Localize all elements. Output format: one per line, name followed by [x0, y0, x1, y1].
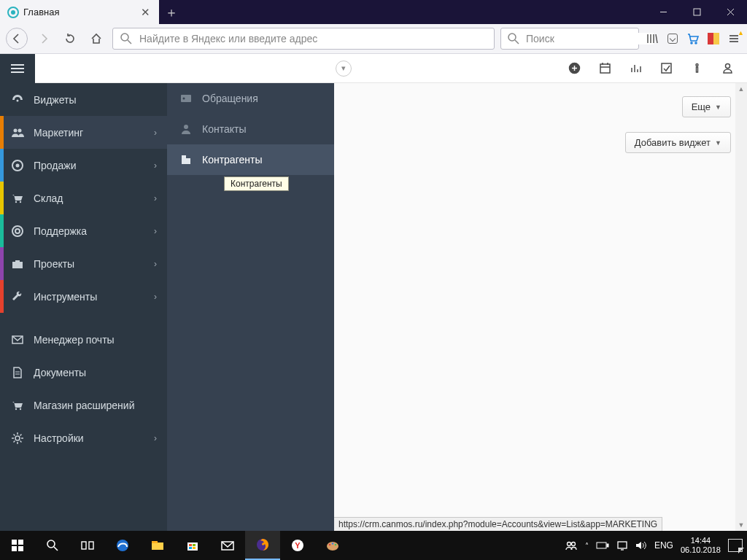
add-widget-button[interactable]: Добавить виджет▼	[625, 132, 731, 153]
svg-rect-63	[152, 541, 158, 543]
sidebar-item-label: Поддержка	[34, 225, 87, 237]
svg-point-6	[508, 34, 516, 41]
user-icon[interactable]	[721, 62, 734, 75]
window-close-button[interactable]	[713, 0, 747, 24]
taskbar-app-edge[interactable]	[105, 531, 140, 560]
nav-reload-button[interactable]	[60, 28, 80, 49]
svg-point-40	[15, 229, 20, 233]
vertical-scrollbar[interactable]: ▲ ▼	[735, 83, 747, 531]
app-content: Виджеты Маркетинг › Продажи › Склад › По…	[0, 83, 747, 531]
volume-tray-icon[interactable]	[635, 540, 647, 551]
taskview-button[interactable]	[70, 531, 105, 560]
sidebar-item-support[interactable]: Поддержка ›	[0, 214, 167, 247]
taskbar-app-yandex[interactable]: Y	[280, 531, 315, 560]
nav-back-button[interactable]	[6, 28, 28, 50]
address-bar[interactable]	[112, 28, 495, 50]
svg-line-58	[54, 547, 58, 551]
sidebar-item-settings[interactable]: Настройки ›	[0, 421, 167, 454]
svg-line-7	[515, 40, 519, 44]
scroll-down-button[interactable]: ▼	[735, 519, 747, 531]
sidebar-item-sales[interactable]: Продажи ›	[0, 149, 167, 182]
cart-icon	[10, 399, 25, 412]
nav-home-button[interactable]	[86, 28, 107, 49]
svg-point-37	[15, 201, 17, 202]
svg-line-5	[128, 40, 131, 44]
submenu-item-leads[interactable]: Обращения	[167, 83, 334, 114]
svg-rect-79	[597, 542, 606, 548]
svg-point-39	[12, 226, 23, 236]
address-input[interactable]	[139, 33, 488, 44]
people-tray-icon[interactable]	[565, 539, 578, 552]
svg-point-4	[121, 34, 128, 41]
taskbar-app-mail[interactable]	[210, 531, 245, 560]
submenu-item-contacts[interactable]: Контакты	[167, 114, 334, 144]
sidebar-item-tools[interactable]: Инструменты ›	[0, 280, 167, 313]
sidebar-item-mailmanager[interactable]: Менеджер почты	[0, 323, 167, 356]
new-tab-button[interactable]: ＋	[159, 0, 184, 24]
calendar-icon[interactable]	[598, 62, 611, 75]
sidebar-item-label: Виджеты	[34, 94, 77, 106]
svg-point-45	[15, 408, 17, 409]
id-card-icon	[179, 92, 193, 105]
network-tray-icon[interactable]	[616, 540, 628, 551]
bookmark-flag-icon[interactable]	[706, 33, 721, 44]
sidebar-item-marketing[interactable]: Маркетинг ›	[0, 116, 167, 149]
taskbar-app-explorer[interactable]	[140, 531, 175, 560]
secondary-sidebar: Обращения Контакты Контрагенты	[167, 83, 334, 531]
refresh-dropdown-button[interactable]: ▾	[336, 61, 352, 77]
gear-icon	[10, 432, 25, 445]
start-button[interactable]	[0, 531, 35, 560]
browser-tab[interactable]: Главная ✕	[0, 0, 159, 24]
chevron-right-icon: ›	[154, 128, 157, 138]
dashboard-icon	[10, 93, 25, 106]
main-panel: Еще▼ Добавить виджет▼ ▲ ▼ https://crm.ca…	[334, 83, 747, 531]
taskbar-clock[interactable]: 14:44 06.10.2018	[681, 536, 721, 555]
search-icon	[507, 32, 520, 45]
report-icon[interactable]	[629, 62, 642, 75]
sidebar-item-documents[interactable]: Документы	[0, 356, 167, 389]
tray-overflow-button[interactable]: ˄	[585, 542, 589, 550]
taskbar-app-firefox[interactable]	[245, 531, 280, 560]
sidebar-toggle-button[interactable]	[0, 54, 35, 83]
sidebar-item-widgets[interactable]: Виджеты	[0, 83, 167, 116]
search-input[interactable]	[526, 33, 654, 44]
target-icon	[10, 159, 25, 172]
taskbar-app-store[interactable]	[175, 531, 210, 560]
mail-icon	[10, 333, 25, 346]
svg-rect-59	[82, 542, 86, 549]
svg-rect-20	[600, 64, 610, 73]
tasks-icon[interactable]	[659, 62, 673, 75]
svg-rect-55	[12, 546, 17, 551]
sidebar-item-label: Инструменты	[34, 291, 97, 303]
tab-close-button[interactable]: ✕	[138, 6, 153, 19]
svg-rect-67	[189, 547, 192, 549]
browser-menu-button[interactable]	[727, 32, 741, 45]
tab-favicon	[7, 7, 19, 18]
search-bar[interactable]	[500, 28, 639, 50]
battery-tray-icon[interactable]	[596, 541, 609, 550]
person-icon	[179, 122, 193, 136]
action-center-button[interactable]	[728, 539, 743, 552]
taskbar-app-paint[interactable]	[315, 531, 350, 560]
svg-rect-53	[12, 540, 17, 545]
wrench-icon	[10, 290, 25, 303]
add-icon[interactable]	[568, 62, 581, 75]
search-button[interactable]	[35, 531, 70, 560]
cart-icon[interactable]	[686, 32, 700, 45]
scroll-up-button[interactable]: ▲	[735, 83, 747, 95]
window-maximize-button[interactable]	[680, 0, 713, 24]
submenu-item-accounts[interactable]: Контрагенты	[167, 144, 334, 175]
pocket-icon[interactable]	[665, 34, 680, 44]
nav-forward-button[interactable]	[34, 28, 54, 49]
caret-down-icon: ▼	[715, 139, 721, 147]
sidebar-item-warehouse[interactable]: Склад ›	[0, 182, 167, 214]
submenu-item-label: Контрагенты	[202, 154, 262, 166]
info-icon[interactable]	[690, 62, 703, 75]
sidebar-item-projects[interactable]: Проекты ›	[0, 247, 167, 280]
sidebar-item-extensions[interactable]: Магазин расширений	[0, 389, 167, 421]
window-minimize-button[interactable]	[646, 0, 680, 24]
language-indicator[interactable]: ENG	[654, 540, 673, 551]
svg-point-36	[16, 163, 20, 167]
library-icon[interactable]	[645, 32, 659, 45]
more-button[interactable]: Еще▼	[682, 96, 731, 117]
